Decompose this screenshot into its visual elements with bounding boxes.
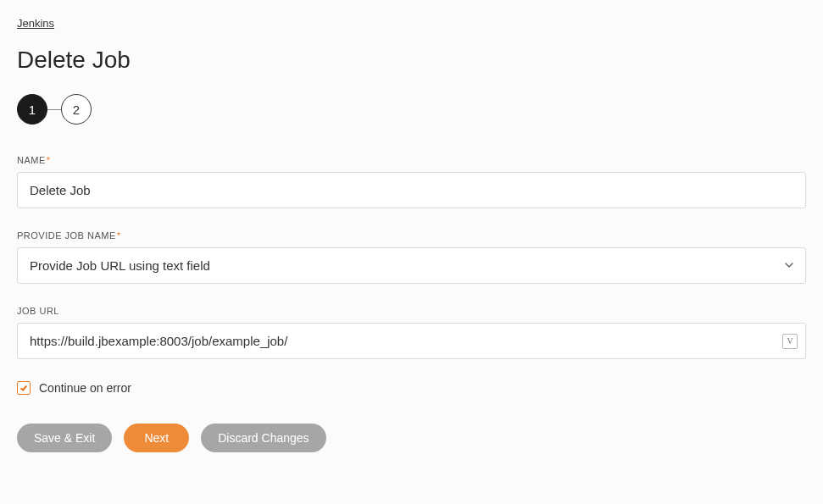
label-name-text: NAME [17,155,46,165]
save-exit-button[interactable]: Save & Exit [17,424,112,452]
continue-on-error-checkbox[interactable] [17,381,31,395]
breadcrumb-link-jenkins[interactable]: Jenkins [17,17,54,30]
required-star: * [47,155,51,165]
continue-on-error-row: Continue on error [17,381,806,395]
breadcrumb: Jenkins [17,17,806,30]
form-group-provide-job-name: PROVIDE JOB NAME* Provide Job URL using … [17,230,806,284]
label-provide-job-name: PROVIDE JOB NAME* [17,230,806,241]
check-icon [19,384,28,392]
name-input[interactable] [17,172,806,208]
required-star: * [117,230,121,241]
form-group-job-url: JOB URL V [17,306,806,359]
step-2[interactable]: 2 [61,94,92,125]
provide-job-name-select[interactable]: Provide Job URL using text field [17,247,806,284]
step-1[interactable]: 1 [17,94,47,125]
discard-changes-button[interactable]: Discard Changes [201,424,325,452]
variable-badge-icon[interactable]: V [782,334,798,349]
step-indicator: 1 2 [17,94,806,125]
label-job-url: JOB URL [17,306,806,316]
form-group-name: NAME* [17,155,806,208]
button-row: Save & Exit Next Discard Changes [17,424,806,452]
next-button[interactable]: Next [124,424,189,452]
job-url-input[interactable] [17,323,806,359]
page-title: Delete Job [17,47,806,74]
label-provide-job-name-text: PROVIDE JOB NAME [17,230,116,241]
continue-on-error-label: Continue on error [39,381,131,395]
label-name: NAME* [17,155,806,165]
step-connector [47,109,61,110]
